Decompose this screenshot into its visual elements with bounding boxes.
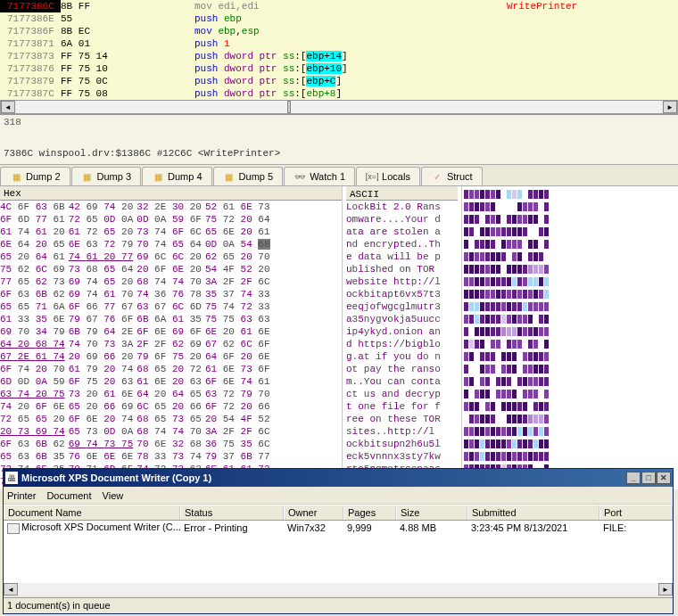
hex-row[interactable]: 20 73 69 74 65 73 0D 0A 68 74 74 70 3A 2… <box>0 425 342 438</box>
tab-dump-2[interactable]: ▦Dump 2 <box>0 167 70 185</box>
dump-tabs: ▦Dump 2▦Dump 3▦Dump 4▦Dump 5👓Watch 1[x=]… <box>0 165 678 186</box>
hex-bytes[interactable]: 4C 6F 63 6B 42 69 74 20 32 2E 30 20 52 6… <box>0 201 342 489</box>
maximize-button[interactable]: □ <box>641 472 656 484</box>
bitmap-row <box>462 201 569 213</box>
ascii-row[interactable]: omware....Your d <box>346 213 458 226</box>
scroll-left-icon[interactable]: ◄ <box>1 101 15 113</box>
ascii-row[interactable]: LockBit 2.0 Rans <box>346 201 458 213</box>
ascii-row[interactable]: ockbitsupn2h6u5l <box>346 438 458 450</box>
disasm-row[interactable]: 71773879FF 75 0Cpush dword ptr ss:[ebp+C… <box>0 75 678 87</box>
menu-printer[interactable]: Printer <box>7 490 36 501</box>
symbol-label <box>507 25 678 37</box>
hex-row[interactable]: 6E 64 20 65 6E 63 72 79 70 74 65 64 0D 0… <box>0 238 342 251</box>
tab-dump-5[interactable]: ▦Dump 5 <box>213 167 284 185</box>
hex-row[interactable]: 6D 0D 0A 59 6F 75 20 63 61 6E 20 63 6F 6… <box>0 375 342 388</box>
hex-dump-view: Hex 4C 6F 63 6B 42 69 74 20 32 2E 30 20 … <box>0 186 678 489</box>
menubar: Printer Document View <box>4 487 673 505</box>
hex-row[interactable]: 61 33 35 6E 79 67 76 6F 6B 6A 61 35 75 7… <box>0 313 342 325</box>
hex-row[interactable]: 67 2E 61 74 20 69 66 20 79 6F 75 20 64 6… <box>0 350 342 363</box>
ascii-row[interactable]: a35nygvokja5uucc <box>346 313 458 325</box>
col-status[interactable]: Status <box>180 505 284 520</box>
bitmap-row <box>462 375 569 388</box>
col-size[interactable]: Size <box>396 505 467 520</box>
col-pages[interactable]: Pages <box>343 505 396 520</box>
close-button[interactable]: ✕ <box>657 472 671 484</box>
hex-row[interactable]: 69 70 34 79 6B 79 64 2E 6F 6E 69 6F 6E 2… <box>0 325 342 338</box>
bitmap-row <box>462 288 569 300</box>
ascii-row[interactable]: eck5vnnnx3sty7kw <box>346 450 458 463</box>
disasm-row[interactable]: 7177386C8B FFmov edi,ediWritePrinter <box>0 0 678 12</box>
ascii-row[interactable]: ree on these TOR <box>346 413 458 425</box>
locals-icon: [x=] <box>366 170 378 183</box>
dump-icon: ▦ <box>152 170 164 183</box>
hex-row[interactable]: 75 62 6C 69 73 68 65 64 20 6F 6E 20 54 4… <box>0 263 342 275</box>
scroll-right-icon[interactable]: ► <box>658 583 673 595</box>
disasm-row[interactable]: 71773876FF 75 10push dword ptr ss:[ebp+1… <box>0 62 678 75</box>
bitmap-row <box>462 388 569 400</box>
ascii-text[interactable]: LockBit 2.0 Ransomware....Your data are … <box>346 201 458 489</box>
ascii-row[interactable]: nd encrypted..Th <box>346 238 458 251</box>
instruction: push dword ptr ss:[ebp+8] <box>194 87 507 100</box>
ascii-row[interactable]: eeqjofwgcglmutr3 <box>346 300 458 313</box>
minimize-button[interactable]: _ <box>626 472 641 484</box>
disasm-scrollbar[interactable]: ◄ ► <box>0 100 678 114</box>
ascii-row[interactable]: sites..http://l <box>346 425 458 438</box>
disasm-row[interactable]: 7177386E55push ebp <box>0 12 678 25</box>
window-title: Microsoft XPS Document Writer (Copy 1) <box>21 472 626 483</box>
job-list-scrollbar[interactable]: ◄ ► <box>4 583 673 597</box>
ascii-row[interactable]: ot pay the ranso <box>346 363 458 375</box>
ascii-row[interactable]: m..You can conta <box>346 375 458 388</box>
ascii-row[interactable]: ublished on TOR <box>346 263 458 275</box>
hex-row[interactable]: 61 74 61 20 61 72 65 20 73 74 6F 6C 65 6… <box>0 226 342 238</box>
hex-row[interactable]: 6F 6D 77 61 72 65 0D 0A 0D 0A 59 6F 75 7… <box>0 213 342 226</box>
disassembly-panel: 7177386C8B FFmov edi,ediWritePrinter7177… <box>0 0 678 115</box>
ascii-row[interactable]: website http://l <box>346 275 458 288</box>
col-document-name[interactable]: Document Name <box>4 505 180 520</box>
hex-row[interactable]: 65 63 6B 35 76 6E 6E 6E 78 33 73 74 79 3… <box>0 450 342 463</box>
col-owner[interactable]: Owner <box>284 505 343 520</box>
hex-row[interactable]: 74 20 6F 6E 65 20 66 69 6C 65 20 66 6F 7… <box>0 400 342 413</box>
scroll-thumb[interactable] <box>287 101 291 113</box>
ascii-row[interactable]: ockbitapt6vx57t3 <box>346 288 458 300</box>
tab-label: Dump 4 <box>168 171 203 182</box>
col-submitted[interactable]: Submitted <box>467 505 599 520</box>
ascii-row[interactable]: ct us and decryp <box>346 388 458 400</box>
hex-row[interactable]: 4C 6F 63 6B 42 69 74 20 32 2E 30 20 52 6… <box>0 201 342 213</box>
tab-dump-3[interactable]: ▦Dump 3 <box>71 167 142 185</box>
instruction: push dword ptr ss:[ebp+14] <box>194 50 507 62</box>
disasm-row[interactable]: 7177386F8B ECmov ebp,esp <box>0 25 678 37</box>
tab-dump-4[interactable]: ▦Dump 4 <box>142 167 212 185</box>
disasm-row[interactable]: 71773873FF 75 14push dword ptr ss:[ebp+1… <box>0 50 678 62</box>
tab-watch-1[interactable]: 👓Watch 1 <box>284 167 355 185</box>
statusbar: 1 document(s) in queue <box>4 597 673 613</box>
titlebar[interactable]: 🖶 Microsoft XPS Document Writer (Copy 1)… <box>4 469 673 487</box>
hex-row[interactable]: 77 65 62 73 69 74 65 20 68 74 74 70 3A 2… <box>0 275 342 288</box>
scroll-left-icon[interactable]: ◄ <box>4 583 18 595</box>
menu-document[interactable]: Document <box>46 490 91 501</box>
hex-row[interactable]: 6F 63 6B 62 69 74 73 75 70 6E 32 68 36 7… <box>0 438 342 450</box>
column-headers[interactable]: Document Name Status Owner Pages Size Su… <box>4 505 673 521</box>
hex-row[interactable]: 64 20 68 74 74 70 73 3A 2F 2F 62 69 67 6… <box>0 338 342 350</box>
ascii-row[interactable]: ata are stolen a <box>346 226 458 238</box>
disasm-row[interactable]: 717738716A 01push 1 <box>0 37 678 50</box>
hex-row[interactable]: 6F 74 20 70 61 79 20 74 68 65 20 72 61 6… <box>0 363 342 375</box>
ascii-row[interactable]: e data will be p <box>346 251 458 263</box>
hex-row[interactable]: 65 65 71 6A 6F 66 77 67 63 67 6C 6D 75 7… <box>0 300 342 313</box>
menu-view[interactable]: View <box>103 490 124 501</box>
job-list[interactable]: Microsoft XPS Document Writer (C... Erro… <box>4 521 673 583</box>
hex-row[interactable]: 6F 63 6B 62 69 74 61 70 74 36 76 78 35 3… <box>0 288 342 300</box>
ascii-row[interactable]: ip4ykyd.onion an <box>346 325 458 338</box>
tab-locals[interactable]: [x=]Locals <box>356 167 420 185</box>
print-job-row[interactable]: Microsoft XPS Document Writer (C... Erro… <box>4 521 673 535</box>
hex-row[interactable]: 72 65 65 20 6F 6E 20 74 68 65 73 65 20 5… <box>0 413 342 425</box>
disasm-row[interactable]: 7177387CFF 75 08push dword ptr ss:[ebp+8… <box>0 87 678 100</box>
opcode-bytes: 8B FF <box>61 0 194 12</box>
ascii-row[interactable]: t one file for f <box>346 400 458 413</box>
hex-row[interactable]: 65 20 64 61 74 61 20 77 69 6C 6C 20 62 6… <box>0 251 342 263</box>
ascii-row[interactable]: d https://bigblo <box>346 338 458 350</box>
col-port[interactable]: Port <box>599 505 673 520</box>
ascii-row[interactable]: g.at if you do n <box>346 350 458 363</box>
hex-row[interactable]: 63 74 20 75 73 20 61 6E 64 20 64 65 63 7… <box>0 388 342 400</box>
tab-struct[interactable]: ✓Struct <box>421 167 483 185</box>
scroll-right-icon[interactable]: ► <box>663 101 677 113</box>
